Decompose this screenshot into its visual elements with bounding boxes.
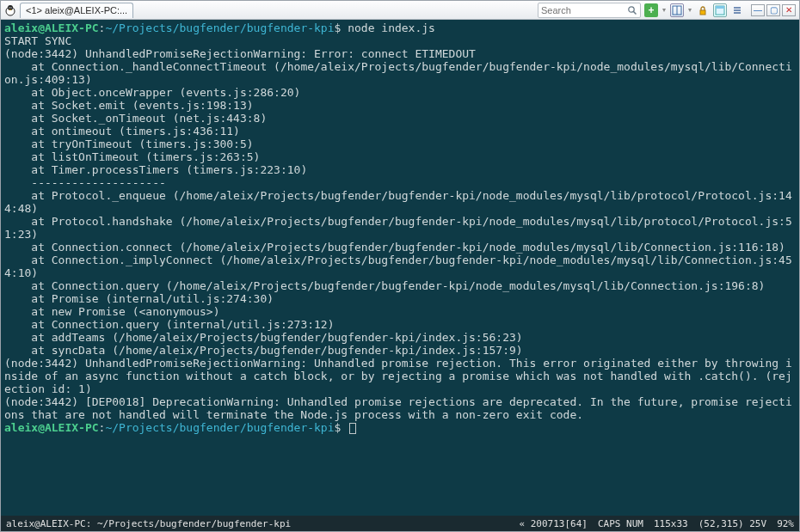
split-panes-button[interactable]	[670, 3, 684, 17]
search-box[interactable]	[538, 3, 641, 18]
search-input[interactable]	[541, 5, 627, 15]
dropdown-icon[interactable]: ▾	[687, 3, 692, 17]
output-line: at Socket._onTimeout (net.js:443:8)	[4, 112, 796, 125]
output-line: at Connection.query (internal/util.js:27…	[4, 318, 796, 331]
status-size: 115x33	[654, 518, 688, 529]
tab-terminal-1[interactable]: <1> aleix@ALEIX-PC:...	[20, 3, 133, 18]
output-line: at addTeams (/home/aleix/Projects/bugfen…	[4, 331, 796, 344]
lock-icon[interactable]	[696, 3, 710, 17]
cursor	[349, 423, 356, 434]
output-line: (node:3442) [DEP0018] DeprecationWarning…	[4, 395, 796, 421]
svg-line-5	[634, 11, 637, 14]
output-line: at ontimeout (timers.js:436:11)	[4, 125, 796, 138]
maximize-button[interactable]: ▢	[766, 4, 780, 16]
prompt-user-host: aleix@ALEIX-PC	[4, 21, 99, 34]
svg-rect-10	[716, 6, 724, 9]
linux-icon	[4, 4, 16, 16]
sessions-button[interactable]	[713, 3, 727, 17]
output-line: at Object.onceWrapper (events.js:286:20)	[4, 86, 796, 99]
status-position: (52,315) 25V	[698, 518, 766, 529]
status-encoding: « 200713[64]	[519, 518, 587, 529]
tab-bar: <1> aleix@ALEIX-PC:...	[20, 3, 133, 18]
output-line: at Socket.emit (events.js:198:13)	[4, 99, 796, 112]
menu-icon[interactable]	[730, 3, 744, 17]
output-line: at Connection._handleConnectTimeout (/ho…	[4, 60, 796, 86]
output-line: at Connection._implyConnect (/home/aleix…	[4, 254, 796, 279]
output-line: START SYNC	[4, 34, 796, 47]
output-line: at Protocol.handshake (/home/aleix/Proje…	[4, 215, 796, 241]
title-bar[interactable]: <1> aleix@ALEIX-PC:... + ▾ ▾	[1, 1, 799, 20]
close-button[interactable]: ✕	[782, 4, 796, 16]
svg-rect-8	[700, 10, 705, 15]
minimize-button[interactable]: —	[751, 4, 765, 16]
output-line: --------------------	[4, 176, 796, 189]
status-percent: 92%	[777, 518, 794, 529]
prompt-path: ~/Projects/bugfender/bugfender-kpi	[105, 21, 334, 34]
status-caps: CAPS NUM	[598, 518, 643, 529]
output-line: at Timer.processTimers (timers.js:223:10…	[4, 163, 796, 176]
output-line: at new Promise (<anonymous>)	[4, 305, 796, 318]
prompt-user-host: aleix@ALEIX-PC	[4, 421, 99, 434]
terminal-body[interactable]: aleix@ALEIX-PC:~/Projects/bugfender/bugf…	[1, 20, 799, 516]
output-line: (node:3442) UnhandledPromiseRejectionWar…	[4, 47, 796, 60]
prompt-line: aleix@ALEIX-PC:~/Projects/bugfender/bugf…	[4, 421, 796, 434]
svg-point-2	[9, 7, 9, 9]
output-line: at listOnTimeout (timers.js:263:5)	[4, 150, 796, 163]
output-line: at Protocol._enqueue (/home/aleix/Projec…	[4, 189, 796, 215]
prompt-line: aleix@ALEIX-PC:~/Projects/bugfender/bugf…	[4, 21, 796, 34]
window-controls: — ▢ ✕	[751, 4, 796, 16]
prompt-path: ~/Projects/bugfender/bugfender-kpi	[105, 421, 334, 434]
new-tab-button[interactable]: +	[644, 3, 658, 17]
command-text: node index.js	[348, 21, 435, 34]
output-line: at syncData (/home/aleix/Projects/bugfen…	[4, 344, 796, 357]
svg-point-3	[10, 7, 11, 9]
output-line: (node:3442) UnhandledPromiseRejectionWar…	[4, 357, 796, 395]
terminal-window: <1> aleix@ALEIX-PC:... + ▾ ▾	[0, 0, 800, 532]
dropdown-icon[interactable]: ▾	[662, 3, 667, 17]
status-bar: aleix@ALEIX-PC: ~/Projects/bugfender/bug…	[1, 516, 799, 531]
output-line: at Connection.query (/home/aleix/Project…	[4, 279, 796, 292]
output-line: at Promise (internal/util.js:274:30)	[4, 292, 796, 305]
status-path: aleix@ALEIX-PC: ~/Projects/bugfender/bug…	[6, 518, 291, 529]
prompt-dollar: $	[335, 21, 342, 34]
prompt-dollar: $	[335, 421, 342, 434]
output-line: at Connection.connect (/home/aleix/Proje…	[4, 241, 796, 254]
svg-point-4	[629, 6, 634, 11]
output-line: at tryOnTimeout (timers.js:300:5)	[4, 138, 796, 150]
search-icon[interactable]	[627, 5, 637, 15]
toolbar-right: + ▾ ▾ — ▢ ✕	[538, 3, 796, 18]
